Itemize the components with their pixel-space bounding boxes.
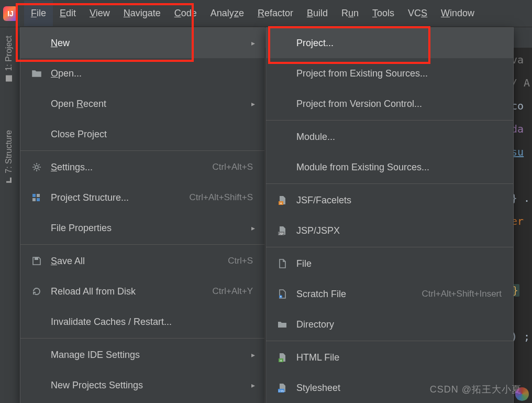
file-menu-reload-disk[interactable]: Reload All from DiskCtrl+Alt+Y xyxy=(20,276,264,307)
file-icon xyxy=(276,258,288,269)
file-menu-save-all-label: Save All xyxy=(51,256,228,267)
new-menu-jsf-label: JSF/Facelets xyxy=(296,195,502,206)
menu-vcs[interactable]: VCS xyxy=(401,1,434,26)
file-menu-save-all[interactable]: Save AllCtrl+S xyxy=(20,246,264,276)
new-menu-separator xyxy=(266,120,513,121)
blank-icon xyxy=(31,317,42,327)
file-menu-close-project-label: Close Project xyxy=(51,129,253,140)
folder-solid-icon xyxy=(276,319,288,330)
file-menu-separator xyxy=(20,338,264,339)
new-menu-html[interactable]: HHTML File xyxy=(266,342,513,373)
file-menu-new[interactable]: New▸ xyxy=(20,28,264,58)
file-menu-project-structure-shortcut: Ctrl+Alt+Shift+S xyxy=(190,192,253,203)
submenu-arrow-icon: ▸ xyxy=(251,39,255,47)
blank-icon xyxy=(276,99,288,109)
submenu-arrow-icon: ▸ xyxy=(251,381,255,389)
file-menu-settings[interactable]: Settings...Ctrl+Alt+S xyxy=(20,152,264,182)
gear-icon xyxy=(31,162,42,172)
file-menu-file-properties-label: File Properties xyxy=(51,223,253,234)
new-menu-css-label: Stylesheet xyxy=(296,383,502,394)
new-menu-project-label: Project... xyxy=(296,38,502,49)
blank-icon xyxy=(31,99,42,109)
blank-icon xyxy=(31,380,42,390)
file-menu-separator xyxy=(20,150,264,151)
file-menu-popup: New▸Open...Open Recent▸Close ProjectSett… xyxy=(20,27,265,403)
file-menu-settings-label: Settings... xyxy=(51,162,213,173)
menu-code[interactable]: Code xyxy=(168,1,204,26)
svg-rect-2 xyxy=(37,194,40,197)
svg-text:CSS: CSS xyxy=(279,389,284,393)
menu-build[interactable]: Build xyxy=(300,1,335,26)
new-menu-module-existing-label: Module from Existing Sources... xyxy=(296,162,502,173)
new-menu-project-vcs-label: Project from Version Control... xyxy=(296,99,502,110)
menu-run[interactable]: Run xyxy=(335,1,365,26)
html-icon: H xyxy=(276,352,288,363)
file-menu-open-recent[interactable]: Open Recent▸ xyxy=(20,89,264,119)
toolwindow-structure-label: 7: Structure xyxy=(4,130,14,173)
css-icon: CSS xyxy=(276,383,288,393)
new-menu-project-existing[interactable]: Project from Existing Sources... xyxy=(266,58,513,89)
svg-point-0 xyxy=(35,166,38,169)
file-menu-project-structure[interactable]: Project Structure...Ctrl+Alt+Shift+S xyxy=(20,182,264,213)
blank-icon xyxy=(31,223,42,233)
file-menu-manage-ide[interactable]: Manage IDE Settings▸ xyxy=(20,340,264,370)
new-menu-jsp-label: JSP/JSPX xyxy=(296,225,502,236)
new-menu-project[interactable]: Project... xyxy=(266,28,513,58)
new-menu-css[interactable]: CSSStylesheet xyxy=(266,373,513,403)
menu-edit[interactable]: Edit xyxy=(53,1,83,26)
menu-file[interactable]: File xyxy=(24,1,53,26)
jsf-icon: H xyxy=(276,195,288,205)
reload-icon xyxy=(31,286,42,297)
toolwindow-structure[interactable]: 7: Structure xyxy=(0,122,18,191)
file-menu-close-project[interactable]: Close Project xyxy=(20,119,264,149)
tool-window-stripe: 1: Project 7: Structure xyxy=(0,27,21,403)
toolwindow-project-label: 1: Project xyxy=(4,36,14,71)
file-menu-new-projects-settings-label: New Projects Settings xyxy=(51,380,253,391)
blank-icon xyxy=(276,132,288,142)
svg-rect-1 xyxy=(32,194,36,197)
menu-navigate[interactable]: Navigate xyxy=(117,1,168,26)
structure-icon xyxy=(31,192,42,203)
new-submenu-popup: Project...Project from Existing Sources.… xyxy=(265,27,514,403)
submenu-arrow-icon: ▸ xyxy=(251,351,255,359)
submenu-arrow-icon: ▸ xyxy=(251,100,255,108)
menu-refactor[interactable]: Refactor xyxy=(251,1,300,26)
folder-icon xyxy=(31,68,42,79)
svg-rect-3 xyxy=(32,198,36,201)
file-menu-reload-disk-label: Reload All from Disk xyxy=(51,286,213,297)
svg-rect-5 xyxy=(35,257,38,260)
blank-icon xyxy=(31,129,42,139)
file-menu-open-recent-label: Open Recent xyxy=(51,99,253,110)
new-menu-separator xyxy=(266,341,513,341)
new-menu-module[interactable]: Module... xyxy=(266,122,513,152)
new-menu-module-existing[interactable]: Module from Existing Sources... xyxy=(266,152,513,182)
file-menu-open[interactable]: Open... xyxy=(20,58,264,89)
file-menu-file-properties[interactable]: File Properties▸ xyxy=(20,213,264,243)
new-menu-file-label: File xyxy=(296,258,502,269)
menu-analyze[interactable]: Analyze xyxy=(204,1,251,26)
new-menu-jsf[interactable]: HJSF/Facelets xyxy=(266,185,513,215)
new-menu-project-existing-label: Project from Existing Sources... xyxy=(296,68,502,79)
new-menu-html-label: HTML File xyxy=(296,352,502,363)
menu-window[interactable]: Window xyxy=(434,1,481,26)
submenu-arrow-icon: ▸ xyxy=(251,224,255,232)
watermark-logo xyxy=(515,387,529,401)
file-menu-settings-shortcut: Ctrl+Alt+S xyxy=(213,162,253,172)
menu-view[interactable]: View xyxy=(83,1,117,26)
new-menu-project-vcs[interactable]: Project from Version Control... xyxy=(266,89,513,119)
save-icon xyxy=(31,256,42,266)
structure-icon xyxy=(6,177,12,182)
file-menu-new-projects-settings[interactable]: New Projects Settings▸ xyxy=(20,370,264,400)
blank-icon xyxy=(31,350,42,360)
new-menu-file[interactable]: File xyxy=(266,248,513,279)
new-menu-scratch[interactable]: ✦Scratch FileCtrl+Alt+Shift+Insert xyxy=(266,279,513,309)
menubar: IJ FileEditViewNavigateCodeAnalyzeRefact… xyxy=(0,0,532,27)
scratch-icon: ✦ xyxy=(276,289,288,299)
new-menu-directory[interactable]: Directory xyxy=(266,309,513,340)
blank-icon xyxy=(276,38,288,48)
new-menu-jsp[interactable]: JSPJSP/JSPX xyxy=(266,215,513,246)
menu-tools[interactable]: Tools xyxy=(365,1,401,26)
new-menu-separator xyxy=(266,247,513,247)
file-menu-invalidate[interactable]: Invalidate Caches / Restart... xyxy=(20,307,264,337)
toolwindow-project[interactable]: 1: Project xyxy=(0,27,18,90)
